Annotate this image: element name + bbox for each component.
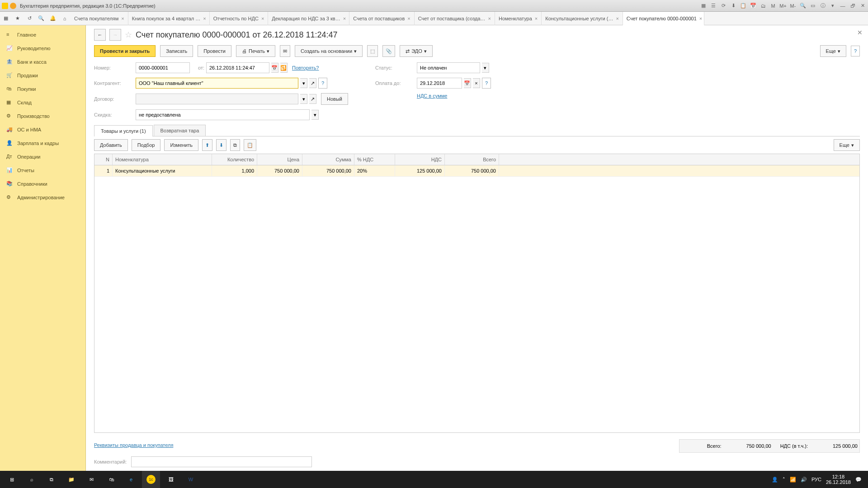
number-input[interactable] bbox=[136, 62, 190, 73]
toolbar-icon[interactable]: ↺ bbox=[24, 12, 35, 25]
tab-close-icon[interactable]: × bbox=[203, 16, 206, 21]
titlebar-icon[interactable]: 📅 bbox=[750, 2, 757, 9]
sidebar-item[interactable]: 🛍Покупки bbox=[0, 82, 85, 96]
col-nds[interactable]: НДС bbox=[395, 154, 445, 165]
explorer-icon[interactable]: 📁 bbox=[62, 471, 80, 488]
counterparty-input[interactable] bbox=[136, 78, 298, 89]
titlebar-icon[interactable]: M+ bbox=[779, 2, 787, 9]
discount-dropdown-icon[interactable]: ▾ bbox=[311, 110, 319, 120]
toolbar-icon[interactable]: ⌂ bbox=[59, 12, 71, 25]
sidebar-item[interactable]: ≡Главное bbox=[0, 28, 85, 42]
titlebar-icon[interactable]: ▾ bbox=[829, 2, 836, 9]
sidebar-item[interactable]: 📊Отчеты bbox=[0, 164, 85, 177]
tab-close-icon[interactable]: × bbox=[343, 16, 346, 21]
toolbar-icon[interactable]: 🔔 bbox=[47, 12, 59, 25]
more-button[interactable]: Еще ▾ bbox=[820, 45, 846, 57]
tray-chevron-icon[interactable]: ˄ bbox=[783, 477, 785, 483]
taskview-icon[interactable]: ⧉ bbox=[42, 471, 61, 488]
titlebar-icon[interactable]: M bbox=[769, 2, 777, 9]
subtab[interactable]: Товары и услуги (1) bbox=[94, 125, 153, 136]
tab[interactable]: Счета покупателям× bbox=[71, 12, 128, 25]
edge-icon[interactable]: e bbox=[122, 471, 140, 488]
payment-clear-icon[interactable]: × bbox=[473, 78, 480, 88]
titlebar-icon[interactable]: ⟳ bbox=[720, 2, 727, 9]
col-nom[interactable]: Номенклатура bbox=[113, 154, 212, 165]
clock-date[interactable]: 26.12.2018 bbox=[826, 479, 851, 485]
titlebar-icon[interactable]: 🔍 bbox=[799, 2, 807, 9]
repeat-link[interactable]: Повторять? bbox=[292, 65, 319, 70]
notifications-icon[interactable]: 💬 bbox=[855, 477, 862, 483]
close-icon[interactable]: ✕ bbox=[857, 29, 863, 36]
titlebar-icon[interactable]: M- bbox=[789, 2, 797, 9]
tab-close-icon[interactable]: × bbox=[699, 16, 702, 21]
sidebar-item[interactable]: 🛒Продажи bbox=[0, 69, 85, 82]
tab-close-icon[interactable]: × bbox=[261, 16, 264, 21]
counterparty-dropdown-icon[interactable]: ▾ bbox=[300, 78, 307, 88]
titlebar-icon[interactable]: 🗂 bbox=[760, 2, 767, 9]
start-button[interactable]: ⊞ bbox=[3, 471, 21, 488]
save-button[interactable]: Записать bbox=[160, 45, 193, 57]
col-qty[interactable]: Количество bbox=[212, 154, 257, 165]
contract-dropdown-icon[interactable]: ▾ bbox=[300, 94, 307, 104]
tab-close-icon[interactable]: × bbox=[535, 16, 538, 21]
copy-button[interactable]: ⧉ bbox=[230, 139, 240, 151]
col-vat[interactable]: % НДС bbox=[354, 154, 395, 165]
tab[interactable]: Отчетность по НДС× bbox=[210, 12, 269, 25]
back-button[interactable]: ← bbox=[94, 29, 106, 41]
contract-input[interactable] bbox=[136, 94, 298, 104]
counterparty-open-icon[interactable]: ↗ bbox=[309, 78, 316, 88]
tab[interactable]: Счет покупателю 0000-000001× bbox=[623, 12, 704, 25]
titlebar-icon[interactable]: ✕ bbox=[859, 2, 866, 9]
col-price[interactable]: Цена bbox=[257, 154, 302, 165]
status-input[interactable] bbox=[417, 62, 480, 73]
sidebar-item[interactable]: ⚙Администрирование bbox=[0, 191, 85, 204]
status-dropdown-icon[interactable]: ▾ bbox=[482, 63, 489, 73]
tab-close-icon[interactable]: × bbox=[616, 16, 618, 21]
tab-close-icon[interactable]: × bbox=[407, 16, 410, 21]
sidebar-item[interactable]: ▦Склад bbox=[0, 96, 85, 109]
structure-button[interactable]: ⬚ bbox=[367, 45, 378, 57]
tab[interactable]: Консультационные услуги (…× bbox=[542, 12, 623, 25]
post-button[interactable]: Провести bbox=[198, 45, 231, 57]
sidebar-item[interactable]: 📈Руководителю bbox=[0, 42, 85, 55]
sidebar-item[interactable]: 🏦Банк и касса bbox=[0, 55, 85, 69]
seller-details-link[interactable]: Реквизиты продавца и покупателя bbox=[94, 442, 173, 448]
sidebar-item[interactable]: 📚Справочники bbox=[0, 177, 85, 191]
mail-button[interactable]: ✉ bbox=[280, 45, 290, 57]
toolbar-icon[interactable]: 🔍 bbox=[35, 12, 47, 25]
col-sum[interactable]: Сумма bbox=[302, 154, 354, 165]
people-icon[interactable]: 👤 bbox=[772, 477, 778, 483]
payment-calendar-icon[interactable]: 📅 bbox=[464, 78, 471, 88]
app-dropdown-icon[interactable] bbox=[10, 3, 16, 9]
tab[interactable]: Декларация по НДС за 3 кв…× bbox=[268, 12, 349, 25]
volume-icon[interactable]: 🔊 bbox=[801, 477, 807, 483]
post-and-close-button[interactable]: Провести и закрыть bbox=[94, 45, 156, 57]
tab[interactable]: Счета от поставщиков× bbox=[349, 12, 414, 25]
paste-button[interactable]: 📋 bbox=[244, 139, 256, 151]
tab[interactable]: Номенклатура× bbox=[495, 12, 542, 25]
tab[interactable]: Счет от поставщика (созда…× bbox=[415, 12, 495, 25]
mail-icon[interactable]: ✉ bbox=[82, 471, 100, 488]
sidebar-item[interactable]: 👤Зарплата и кадры bbox=[0, 136, 85, 150]
discount-input[interactable] bbox=[136, 109, 310, 120]
repeat-icon[interactable]: 🔁 bbox=[280, 63, 288, 73]
favorite-icon[interactable]: ☆ bbox=[125, 30, 132, 40]
attach-button[interactable]: 📎 bbox=[382, 45, 395, 57]
titlebar-icon[interactable]: — bbox=[839, 2, 846, 9]
titlebar-icon[interactable]: ▦ bbox=[700, 2, 707, 9]
forward-button[interactable]: → bbox=[109, 29, 121, 41]
add-row-button[interactable]: Добавить bbox=[94, 139, 128, 151]
titlebar-icon[interactable]: ⬇ bbox=[730, 2, 737, 9]
new-contract-button[interactable]: Новый bbox=[321, 93, 348, 105]
help-button[interactable]: ? bbox=[851, 46, 860, 56]
titlebar-icon[interactable]: 🗗 bbox=[849, 2, 856, 9]
print-button[interactable]: 🖨 Печать ▾ bbox=[236, 45, 275, 57]
counterparty-help[interactable]: ? bbox=[318, 78, 327, 89]
comment-input[interactable] bbox=[131, 456, 312, 467]
sidebar-item[interactable]: ⚙Производство bbox=[0, 109, 85, 123]
photos-icon[interactable]: 🖼 bbox=[162, 471, 180, 488]
calendar-icon[interactable]: 📅 bbox=[271, 63, 278, 73]
sidebar-item[interactable]: ДтОперации bbox=[0, 150, 85, 164]
date-input[interactable] bbox=[206, 62, 269, 73]
titlebar-icon[interactable]: ☰ bbox=[710, 2, 717, 9]
